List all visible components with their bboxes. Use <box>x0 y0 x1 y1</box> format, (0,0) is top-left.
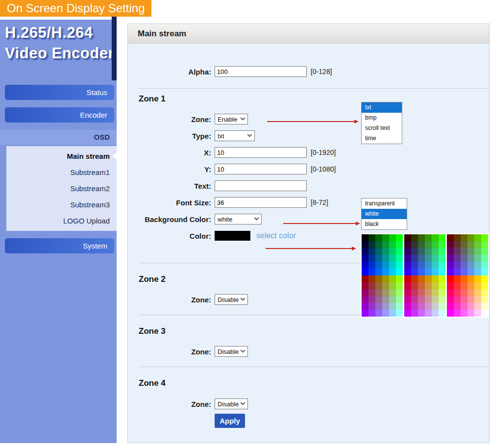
palette-cell[interactable] <box>461 296 467 303</box>
palette-cell[interactable] <box>382 282 389 289</box>
zone1-color-swatch[interactable] <box>215 231 250 241</box>
palette-cell[interactable] <box>474 282 481 289</box>
palette-cell[interactable] <box>454 289 461 296</box>
palette-cell[interactable] <box>382 296 389 303</box>
sidebar-item-substream2[interactable]: Substream2 <box>6 180 117 197</box>
palette-cell[interactable] <box>461 262 467 269</box>
palette-cell[interactable] <box>382 248 389 255</box>
palette-cell[interactable] <box>439 303 445 310</box>
palette-cell[interactable] <box>362 262 368 269</box>
palette-cell[interactable] <box>454 255 461 262</box>
palette-cell[interactable] <box>382 234 389 241</box>
palette-cell[interactable] <box>362 296 368 303</box>
zone1-zone-select[interactable]: Enable <box>215 114 248 124</box>
palette-cell[interactable] <box>474 275 481 282</box>
palette-cell[interactable] <box>447 289 454 296</box>
palette-cell[interactable] <box>425 296 432 303</box>
palette-cell[interactable] <box>411 234 418 241</box>
palette-cell[interactable] <box>418 241 425 248</box>
palette-cell[interactable] <box>411 241 418 248</box>
palette-cell[interactable] <box>418 282 425 289</box>
palette-cell[interactable] <box>432 310 439 317</box>
palette-cell[interactable] <box>481 269 488 275</box>
palette-cell[interactable] <box>411 269 418 275</box>
palette-cell[interactable] <box>481 296 488 303</box>
palette-cell[interactable] <box>368 303 375 310</box>
palette-cell[interactable] <box>411 303 418 310</box>
palette-cell[interactable] <box>382 303 389 310</box>
palette-cell[interactable] <box>389 282 396 289</box>
palette-cell[interactable] <box>396 289 403 296</box>
palette-cell[interactable] <box>389 296 396 303</box>
palette-cell[interactable] <box>368 234 375 241</box>
palette-cell[interactable] <box>425 241 432 248</box>
palette-cell[interactable] <box>368 282 375 289</box>
palette-cell[interactable] <box>396 269 403 275</box>
palette-cell[interactable] <box>368 255 375 262</box>
palette-cell[interactable] <box>454 269 461 275</box>
apply-button[interactable]: Apply <box>215 414 245 428</box>
palette-cell[interactable] <box>432 289 439 296</box>
palette-cell[interactable] <box>362 234 368 241</box>
palette-cell[interactable] <box>447 282 454 289</box>
zone1-y-input[interactable] <box>215 164 307 174</box>
palette-cell[interactable] <box>481 310 488 317</box>
palette-cell[interactable] <box>375 234 382 241</box>
palette-cell[interactable] <box>432 262 439 269</box>
palette-cell[interactable] <box>418 275 425 282</box>
palette-cell[interactable] <box>439 275 445 282</box>
palette-cell[interactable] <box>396 282 403 289</box>
palette-cell[interactable] <box>362 269 368 275</box>
palette-cell[interactable] <box>425 275 432 282</box>
select-color-link[interactable]: select color <box>256 231 296 240</box>
palette-cell[interactable] <box>432 255 439 262</box>
palette-cell[interactable] <box>368 241 375 248</box>
palette-cell[interactable] <box>474 289 481 296</box>
palette-cell[interactable] <box>432 241 439 248</box>
palette-cell[interactable] <box>396 275 403 282</box>
palette-cell[interactable] <box>368 310 375 317</box>
palette-cell[interactable] <box>382 275 389 282</box>
palette-cell[interactable] <box>418 234 425 241</box>
palette-cell[interactable] <box>411 275 418 282</box>
palette-cell[interactable] <box>481 255 488 262</box>
palette-cell[interactable] <box>411 248 418 255</box>
palette-cell[interactable] <box>404 303 411 310</box>
palette-cell[interactable] <box>389 234 396 241</box>
palette-cell[interactable] <box>447 269 454 275</box>
palette-cell[interactable] <box>368 248 375 255</box>
palette-cell[interactable] <box>454 310 461 317</box>
palette-cell[interactable] <box>447 248 454 255</box>
palette-cell[interactable] <box>396 310 403 317</box>
palette-cell[interactable] <box>396 303 403 310</box>
palette-cell[interactable] <box>362 282 368 289</box>
palette-cell[interactable] <box>425 255 432 262</box>
palette-cell[interactable] <box>432 248 439 255</box>
palette-cell[interactable] <box>425 269 432 275</box>
palette-cell[interactable] <box>375 296 382 303</box>
palette-cell[interactable] <box>382 269 389 275</box>
palette-cell[interactable] <box>418 248 425 255</box>
palette-cell[interactable] <box>362 289 368 296</box>
palette-cell[interactable] <box>439 296 445 303</box>
palette-cell[interactable] <box>439 262 445 269</box>
palette-cell[interactable] <box>404 248 411 255</box>
palette-cell[interactable] <box>418 262 425 269</box>
palette-cell[interactable] <box>404 269 411 275</box>
palette-cell[interactable] <box>389 262 396 269</box>
palette-cell[interactable] <box>467 262 474 269</box>
palette-cell[interactable] <box>454 241 461 248</box>
sidebar-item-system[interactable]: System <box>5 238 114 253</box>
palette-cell[interactable] <box>375 282 382 289</box>
palette-cell[interactable] <box>432 234 439 241</box>
palette-cell[interactable] <box>474 269 481 275</box>
palette-cell[interactable] <box>404 234 411 241</box>
palette-cell[interactable] <box>461 289 467 296</box>
sidebar-item-encoder[interactable]: Encoder <box>5 107 114 123</box>
palette-cell[interactable] <box>439 269 445 275</box>
palette-cell[interactable] <box>418 310 425 317</box>
palette-cell[interactable] <box>411 310 418 317</box>
zone1-fontsize-input[interactable] <box>215 197 307 208</box>
palette-cell[interactable] <box>481 241 488 248</box>
palette-cell[interactable] <box>439 241 445 248</box>
